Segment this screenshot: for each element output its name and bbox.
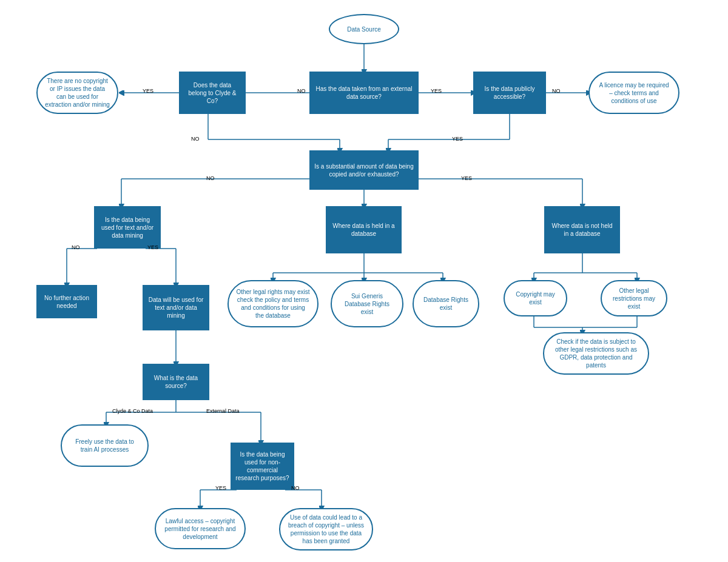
node-where-not-database: Where data is not held in a database — [544, 206, 620, 253]
node-breach-copyright: Use of data could lead to a breach of co… — [279, 508, 373, 550]
node-non-commercial: Is the data being used for non-commercia… — [231, 443, 294, 490]
label-clyde-co-data: Clyde & Co Data — [112, 408, 153, 414]
label-yes-external-public: YES — [431, 88, 442, 94]
label-no-external-clyde: NO — [297, 88, 306, 94]
node-freely-use: Freely use the data to train AI processe… — [61, 424, 149, 467]
label-no-clyde-substantial: NO — [191, 136, 200, 142]
node-what-data-source: What is the data source? — [143, 364, 209, 400]
node-data-source: Data Source — [329, 14, 399, 44]
label-yes-noncommercial-lawful: YES — [215, 485, 226, 491]
flowchart-container: Data Source Has the data taken from an e… — [0, 0, 728, 562]
label-no-textmining-nofurther: NO — [72, 244, 80, 250]
node-no-further-action: No further action needed — [36, 285, 97, 318]
label-no-public-license: NO — [552, 88, 561, 94]
node-license-required: A licence may be required – check terms … — [588, 72, 679, 114]
node-data-text-mining: Data will be used for text and/or data m… — [143, 285, 209, 330]
node-no-copyright: There are no copyright or IP issues the … — [36, 72, 118, 114]
node-where-database: Where data is held in a database — [326, 206, 402, 253]
node-text-data-mining: Is the data being used for text and/or d… — [94, 206, 161, 249]
node-clyde-co: Does the data belong to Clyde & Co? — [179, 72, 246, 114]
node-other-legal-rights: Other legal rights may exist check the p… — [228, 280, 318, 327]
node-other-legal-restrictions: Other legal restrictions may exist — [601, 280, 667, 316]
node-sui-generis: Sui Generis Database Rights exist — [331, 280, 403, 327]
label-no-substantial-textmining: NO — [206, 175, 215, 181]
node-external-source: Has the data taken from an external data… — [309, 72, 419, 114]
label-no-noncommercial-breach: NO — [291, 485, 300, 491]
node-database-rights: Database Rights exist — [413, 280, 479, 327]
label-yes-public-substantial: YES — [452, 136, 463, 142]
node-substantial-amount: Is a substantial amount of data being co… — [309, 150, 419, 190]
label-external-data: External Data — [206, 408, 240, 414]
label-yes-textmining-datamining: YES — [147, 244, 158, 250]
node-lawful-access: Lawful access – copyright permitted for … — [155, 508, 246, 549]
node-copyright-may-exist: Copyright may exist — [504, 280, 567, 316]
node-publicly-accessible: Is the data publicly accessible? — [473, 72, 546, 114]
label-yes-substantial-notdb: YES — [461, 175, 472, 181]
label-yes-clyde-nocopyright: YES — [143, 88, 153, 94]
node-check-subject: Check if the data is subject to other le… — [543, 332, 649, 375]
